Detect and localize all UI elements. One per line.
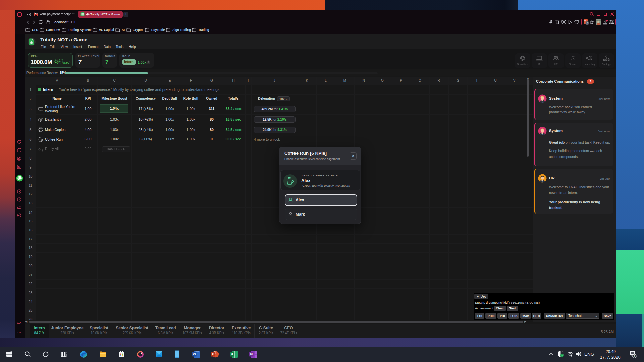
svg-text:0: 0 xyxy=(587,22,588,25)
svg-text:P: P xyxy=(212,352,214,356)
svg-text:X: X xyxy=(231,352,233,356)
svg-text:M: M xyxy=(18,166,20,169)
svg-text:1: 1 xyxy=(634,354,635,358)
svg-text:W: W xyxy=(193,352,196,356)
svg-text:N: N xyxy=(250,352,253,356)
